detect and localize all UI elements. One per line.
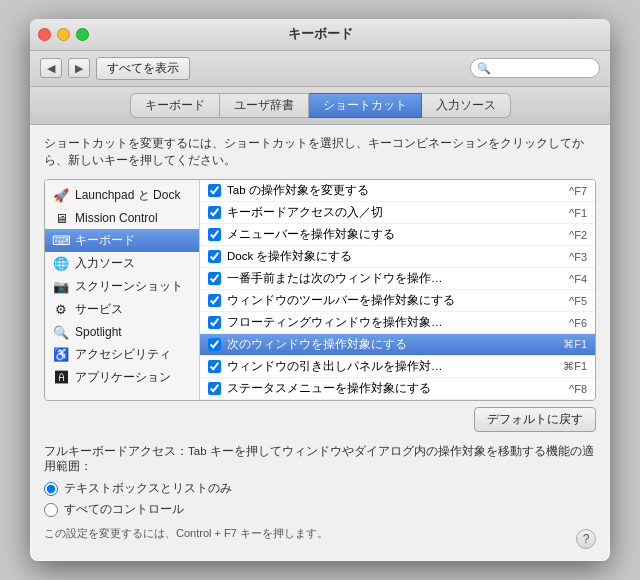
radio-item-all-controls[interactable]: すべてのコントロール (44, 501, 596, 518)
shortcut-label-9: ステータスメニューを操作対象にする (227, 381, 563, 396)
tab-input-source[interactable]: 入力ソース (422, 93, 511, 118)
shortcut-item-9[interactable]: ステータスメニューを操作対象にする^F8 (200, 378, 595, 400)
shortcut-checkbox-0[interactable] (208, 184, 221, 197)
shortcut-checkbox-9[interactable] (208, 382, 221, 395)
back-button[interactable]: ◀ (40, 58, 62, 78)
shortcut-item-5[interactable]: ウィンドウのツールバーを操作対象にする^F5 (200, 290, 595, 312)
window-content: ショートカットを変更するには、ショートカットを選択し、キーコンビネーションをクリ… (30, 125, 610, 562)
sidebar: 🚀 Launchpad と Dock 🖥 Mission Control ⌨ キ… (45, 180, 200, 400)
sidebar-icon-mission-control: 🖥 (53, 210, 69, 226)
sidebar-icon-accessibility: ♿ (53, 347, 69, 363)
sidebar-item-services[interactable]: ⚙ サービス (45, 298, 199, 321)
default-button[interactable]: デフォルトに戻す (474, 407, 596, 432)
shortcut-label-4: 一番手前または次のウィンドウを操作… (227, 271, 563, 286)
shortcut-key-2: ^F2 (569, 229, 587, 241)
tab-keyboard[interactable]: キーボード (130, 93, 220, 118)
sidebar-icon-keyboard: ⌨ (53, 233, 69, 249)
shortcut-item-1[interactable]: キーボードアクセスの入／切^F1 (200, 202, 595, 224)
tab-user-dict[interactable]: ユーザ辞書 (220, 93, 309, 118)
sidebar-icon-services: ⚙ (53, 302, 69, 318)
shortcut-label-5: ウィンドウのツールバーを操作対象にする (227, 293, 563, 308)
shortcut-checkbox-6[interactable] (208, 316, 221, 329)
sidebar-item-input-source[interactable]: 🌐 入力ソース (45, 252, 199, 275)
shortcut-key-1: ^F1 (569, 207, 587, 219)
shortcut-label-0: Tab の操作対象を変更する (227, 183, 563, 198)
sidebar-icon-input-source: 🌐 (53, 256, 69, 272)
sidebar-icon-screenshot: 📷 (53, 279, 69, 295)
shortcut-key-5: ^F5 (569, 295, 587, 307)
minimize-button[interactable] (57, 28, 70, 41)
main-area: 🚀 Launchpad と Dock 🖥 Mission Control ⌨ キ… (44, 179, 596, 401)
maximize-button[interactable] (76, 28, 89, 41)
sidebar-icon-apps: 🅰 (53, 370, 69, 386)
radio-label-all-controls: すべてのコントロール (64, 501, 184, 518)
shortcut-key-8: ⌘F1 (563, 360, 587, 373)
shortcut-label-6: フローティングウィンドウを操作対象… (227, 315, 563, 330)
shortcut-key-0: ^F7 (569, 185, 587, 197)
shortcut-item-8[interactable]: ウィンドウの引き出しパネルを操作対…⌘F1 (200, 356, 595, 378)
sidebar-item-launchpad-dock[interactable]: 🚀 Launchpad と Dock (45, 184, 199, 207)
sidebar-item-keyboard[interactable]: ⌨ キーボード (45, 229, 199, 252)
shortcut-label-7: 次のウィンドウを操作対象にする (227, 337, 557, 352)
shortcut-checkbox-8[interactable] (208, 360, 221, 373)
shortcut-checkbox-2[interactable] (208, 228, 221, 241)
content-area: ショートカットを変更するには、ショートカットを選択し、キーコンビネーションをクリ… (30, 125, 610, 552)
footer-section: フルキーボードアクセス：Tab キーを押してウィンドウやダイアログ内の操作対象を… (44, 444, 596, 541)
shortcut-checkbox-3[interactable] (208, 250, 221, 263)
radio-text-list[interactable] (44, 482, 58, 496)
shortcut-key-3: ^F3 (569, 251, 587, 263)
radio-label-text-list: テキストボックスとリストのみ (64, 480, 232, 497)
sidebar-label-launchpad-dock: Launchpad と Dock (75, 187, 180, 204)
tabs-row: キーボードユーザ辞書ショートカット入力ソース (30, 87, 610, 125)
bottom-bar: デフォルトに戻す (44, 401, 596, 436)
radio-all-controls[interactable] (44, 503, 58, 517)
footer-note: この設定を変更するには、Control + F7 キーを押します。 (44, 526, 596, 541)
sidebar-label-keyboard: キーボード (75, 232, 135, 249)
shortcut-item-2[interactable]: メニューバーを操作対象にする^F2 (200, 224, 595, 246)
shortcut-checkbox-5[interactable] (208, 294, 221, 307)
sidebar-label-mission-control: Mission Control (75, 211, 158, 225)
shortcut-item-3[interactable]: Dock を操作対象にする^F3 (200, 246, 595, 268)
shortcut-item-7[interactable]: 次のウィンドウを操作対象にする⌘F1 (200, 334, 595, 356)
shortcut-key-4: ^F4 (569, 273, 587, 285)
shortcut-item-6[interactable]: フローティングウィンドウを操作対象…^F6 (200, 312, 595, 334)
sidebar-item-screenshot[interactable]: 📷 スクリーンショット (45, 275, 199, 298)
shortcut-checkbox-1[interactable] (208, 206, 221, 219)
sidebar-item-mission-control[interactable]: 🖥 Mission Control (45, 207, 199, 229)
shortcut-list: Tab の操作対象を変更する^F7キーボードアクセスの入／切^F1メニューバーを… (200, 180, 595, 400)
description-text: ショートカットを変更するには、ショートカットを選択し、キーコンビネーションをクリ… (44, 135, 596, 170)
shortcut-checkbox-4[interactable] (208, 272, 221, 285)
sidebar-label-apps: アプリケーション (75, 369, 171, 386)
shortcut-label-1: キーボードアクセスの入／切 (227, 205, 563, 220)
shortcut-label-8: ウィンドウの引き出しパネルを操作対… (227, 359, 557, 374)
sidebar-item-spotlight[interactable]: 🔍 Spotlight (45, 321, 199, 343)
keyboard-preferences-window: キーボード ◀ ▶ すべてを表示 🔍 キーボードユーザ辞書ショートカット入力ソー… (30, 19, 610, 562)
shortcut-item-0[interactable]: Tab の操作対象を変更する^F7 (200, 180, 595, 202)
shortcut-key-7: ⌘F1 (563, 338, 587, 351)
radio-item-text-list[interactable]: テキストボックスとリストのみ (44, 480, 596, 497)
shortcut-key-6: ^F6 (569, 317, 587, 329)
sidebar-icon-launchpad-dock: 🚀 (53, 188, 69, 204)
close-button[interactable] (38, 28, 51, 41)
sidebar-label-spotlight: Spotlight (75, 325, 122, 339)
sidebar-label-accessibility: アクセシビリティ (75, 346, 171, 363)
tab-shortcuts[interactable]: ショートカット (309, 93, 422, 118)
search-box[interactable]: 🔍 (470, 58, 600, 78)
forward-button[interactable]: ▶ (68, 58, 90, 78)
titlebar: キーボード (30, 19, 610, 51)
sidebar-item-apps[interactable]: 🅰 アプリケーション (45, 366, 199, 389)
sidebar-item-accessibility[interactable]: ♿ アクセシビリティ (45, 343, 199, 366)
shortcut-label-2: メニューバーを操作対象にする (227, 227, 563, 242)
sidebar-icon-spotlight: 🔍 (53, 324, 69, 340)
shortcut-checkbox-7[interactable] (208, 338, 221, 351)
sidebar-label-services: サービス (75, 301, 123, 318)
traffic-lights (38, 28, 89, 41)
sidebar-label-input-source: 入力ソース (75, 255, 135, 272)
shortcut-key-9: ^F8 (569, 383, 587, 395)
radio-group: テキストボックスとリストのみすべてのコントロール (44, 480, 596, 518)
search-icon: 🔍 (477, 62, 491, 75)
toolbar: ◀ ▶ すべてを表示 🔍 (30, 51, 610, 87)
shortcut-label-3: Dock を操作対象にする (227, 249, 563, 264)
show-all-button[interactable]: すべてを表示 (96, 57, 190, 80)
shortcut-item-4[interactable]: 一番手前または次のウィンドウを操作…^F4 (200, 268, 595, 290)
